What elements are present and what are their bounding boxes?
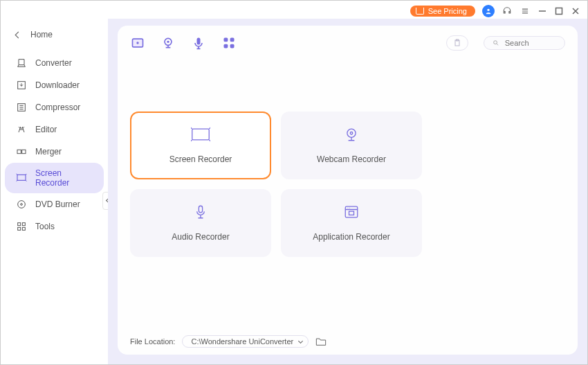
svg-rect-20	[230, 38, 235, 42]
sidebar: Home Converter Downloader Compressor Edi…	[1, 19, 108, 364]
search-icon	[493, 39, 499, 47]
user-avatar-button[interactable]	[482, 5, 495, 17]
editor-icon	[16, 124, 27, 135]
svg-rect-30	[345, 206, 358, 217]
footer-bar: File Location: C:\Wondershare UniConvert…	[130, 335, 565, 348]
audio-mode-button[interactable]	[191, 35, 206, 51]
clipboard-icon	[453, 38, 461, 48]
converter-icon	[16, 57, 27, 69]
dvd-burner-icon	[16, 199, 27, 210]
maximize-icon	[555, 7, 563, 15]
pricing-label: See Pricing	[428, 7, 467, 15]
clipboard-button[interactable]	[446, 35, 468, 51]
svg-point-8	[18, 201, 26, 208]
svg-point-28	[350, 132, 353, 135]
home-back-button[interactable]: Home	[1, 26, 108, 52]
search-input[interactable]	[505, 39, 556, 47]
downloader-icon	[16, 80, 27, 91]
headset-button[interactable]	[502, 6, 513, 17]
svg-point-17	[167, 41, 169, 43]
search-box[interactable]	[484, 36, 565, 50]
cart-icon	[416, 8, 424, 15]
sidebar-item-downloader[interactable]: Downloader	[5, 74, 104, 96]
maximize-window-button[interactable]	[554, 6, 564, 16]
svg-rect-26	[192, 129, 210, 140]
chevron-down-icon	[298, 338, 303, 343]
file-location-dropdown[interactable]: C:\Wondershare UniConverter	[182, 335, 309, 348]
chevron-left-icon	[15, 31, 22, 38]
audio-recorder-card[interactable]: Audio Recorder	[130, 189, 271, 257]
sidebar-item-label: Editor	[35, 125, 57, 134]
application-recorder-card[interactable]: Application Recorder	[281, 189, 422, 257]
sidebar-item-label: Merger	[35, 147, 62, 157]
svg-rect-10	[18, 223, 21, 226]
svg-rect-7	[17, 175, 26, 180]
sidebar-item-screen-recorder[interactable]: Screen Recorder	[5, 163, 104, 193]
svg-rect-29	[199, 206, 202, 213]
card-label: Webcam Recorder	[317, 154, 386, 164]
svg-rect-5	[17, 150, 21, 153]
screen-recorder-icon	[16, 172, 27, 184]
see-pricing-button[interactable]: See Pricing	[410, 6, 475, 17]
app-card-icon	[342, 204, 361, 220]
user-icon	[485, 8, 492, 15]
minimize-window-button[interactable]	[538, 6, 547, 16]
tools-icon	[16, 221, 27, 232]
sidebar-item-compressor[interactable]: Compressor	[5, 96, 104, 118]
sidebar-item-tools[interactable]: Tools	[5, 215, 104, 238]
headset-icon	[502, 6, 512, 16]
mode-toolbar	[130, 35, 565, 51]
svg-rect-21	[224, 44, 228, 48]
card-label: Screen Recorder	[169, 154, 232, 164]
card-label: Application Recorder	[313, 232, 389, 242]
svg-rect-6	[22, 150, 26, 153]
sidebar-item-label: Compressor	[35, 103, 80, 112]
screen-recorder-card[interactable]: Screen Recorder	[130, 112, 271, 179]
sidebar-item-editor[interactable]: Editor	[5, 118, 104, 141]
sidebar-item-label: Downloader	[35, 80, 80, 90]
file-location-label: File Location:	[130, 337, 175, 346]
svg-rect-31	[349, 211, 354, 215]
app-tool-icon	[222, 36, 236, 50]
card-label: Audio Recorder	[172, 232, 229, 242]
content-panel: Screen Recorder Webcam Recorder Audio Re…	[118, 26, 578, 355]
sidebar-item-converter[interactable]: Converter	[5, 52, 104, 74]
menu-button[interactable]	[520, 6, 531, 17]
minimize-icon	[538, 7, 546, 15]
folder-icon	[315, 337, 327, 346]
file-location-path: C:\Wondershare UniConverter	[191, 337, 293, 346]
sidebar-item-label: Converter	[35, 58, 72, 68]
webcam-card-icon	[342, 127, 361, 142]
svg-point-25	[494, 41, 497, 44]
open-folder-button[interactable]	[315, 337, 327, 346]
svg-rect-11	[22, 223, 25, 226]
webcam-tool-icon	[161, 36, 175, 50]
svg-rect-2	[556, 8, 562, 15]
recorder-grid: Screen Recorder Webcam Recorder Audio Re…	[130, 112, 565, 257]
sidebar-item-label: Tools	[35, 222, 55, 231]
sidebar-item-dvd-burner[interactable]: DVD Burner	[5, 193, 104, 215]
audio-card-icon	[191, 204, 210, 220]
svg-point-0	[487, 9, 489, 11]
main-area: Screen Recorder Webcam Recorder Audio Re…	[108, 19, 587, 364]
svg-point-15	[136, 42, 138, 44]
hamburger-icon	[520, 6, 530, 16]
screen-mode-button[interactable]	[130, 35, 145, 51]
webcam-mode-button[interactable]	[160, 35, 176, 51]
close-window-button[interactable]	[571, 6, 580, 16]
svg-rect-22	[230, 44, 235, 48]
webcam-recorder-card[interactable]: Webcam Recorder	[281, 112, 422, 179]
sidebar-item-label: DVD Burner	[35, 199, 80, 209]
screen-tool-icon	[131, 36, 145, 50]
svg-rect-12	[18, 227, 21, 230]
svg-rect-18	[197, 38, 201, 45]
app-mode-button[interactable]	[221, 35, 237, 51]
audio-tool-icon	[192, 36, 205, 50]
merger-icon	[16, 146, 27, 157]
compressor-icon	[16, 102, 27, 113]
svg-rect-19	[224, 38, 228, 42]
sidebar-item-merger[interactable]: Merger	[5, 141, 104, 163]
close-icon	[571, 7, 580, 15]
sidebar-item-label: Screen Recorder	[35, 168, 93, 188]
svg-rect-13	[22, 227, 25, 230]
